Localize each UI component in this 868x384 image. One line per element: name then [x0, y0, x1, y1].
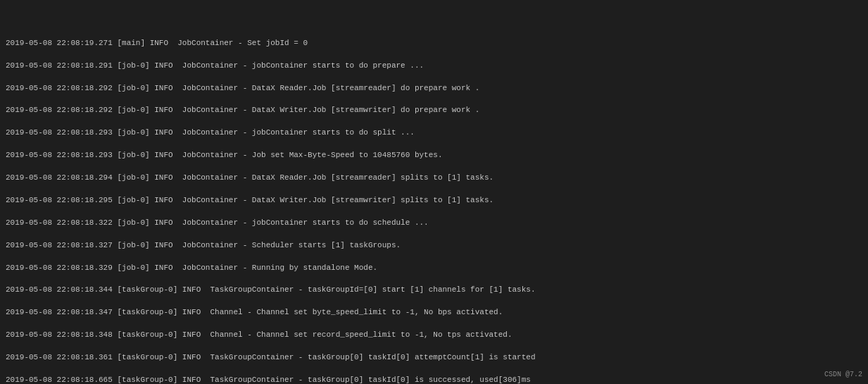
- log-line: 2019-05-08 22:08:18.293 [job-0] INFO Job…: [6, 128, 862, 139]
- log-line: 2019-05-08 22:08:18.329 [job-0] INFO Job…: [6, 263, 862, 274]
- log-line: 2019-05-08 22:08:18.348 [taskGroup-0] IN…: [6, 330, 862, 341]
- watermark-label: CSDN @7.2: [824, 370, 862, 380]
- log-line: 2019-05-08 22:08:18.327 [job-0] INFO Job…: [6, 240, 862, 252]
- log-container: 2019-05-08 22:08:19.271 [main] INFO JobC…: [0, 0, 868, 384]
- log-line: 2019-05-08 22:08:18.665 [taskGroup-0] IN…: [6, 375, 862, 384]
- log-line: 2019-05-08 22:08:18.347 [taskGroup-0] IN…: [6, 307, 862, 318]
- log-line: 2019-05-08 22:08:19.271 [main] INFO JobC…: [6, 38, 862, 49]
- log-line: 2019-05-08 22:08:18.322 [job-0] INFO Job…: [6, 218, 862, 229]
- log-line: 2019-05-08 22:08:18.292 [job-0] INFO Job…: [6, 83, 862, 94]
- log-line: 2019-05-08 22:08:18.295 [job-0] INFO Job…: [6, 195, 862, 206]
- log-line: 2019-05-08 22:08:18.361 [taskGroup-0] IN…: [6, 352, 862, 364]
- log-line: 2019-05-08 22:08:18.294 [job-0] INFO Job…: [6, 173, 862, 184]
- log-line: 2019-05-08 22:08:18.292 [job-0] INFO Job…: [6, 105, 862, 116]
- log-line: 2019-05-08 22:08:18.344 [taskGroup-0] IN…: [6, 285, 862, 296]
- log-line: 2019-05-08 22:08:18.293 [job-0] INFO Job…: [6, 150, 862, 161]
- log-line: 2019-05-08 22:08:18.291 [job-0] INFO Job…: [6, 61, 862, 72]
